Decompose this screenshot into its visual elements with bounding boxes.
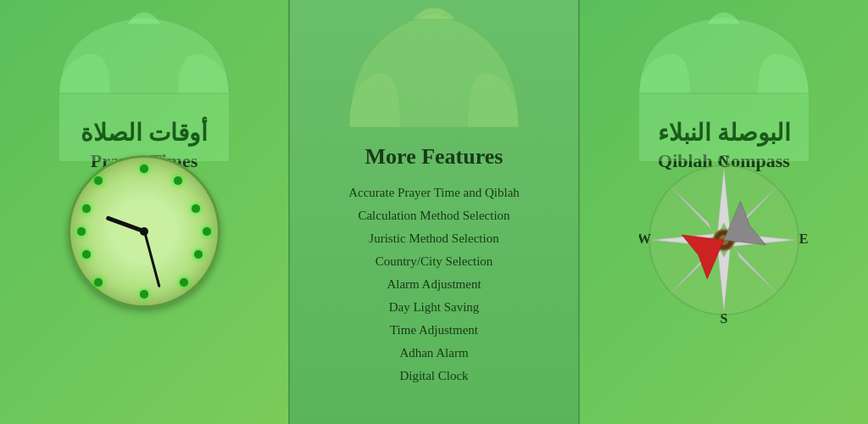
hour-dot-6 (140, 290, 148, 298)
feature-9: Digital Clock (348, 365, 520, 388)
svg-text:E: E (799, 232, 809, 246)
hour-dot-2 (192, 204, 200, 213)
feature-4: Country/City Selection (348, 250, 520, 273)
feature-7: Time Adjustment (348, 319, 520, 342)
qiblah-compass-panel: البوصلة النبلاء Qiblah Compass (580, 0, 868, 424)
features-panel: More Features Accurate Prayer Time and Q… (288, 0, 580, 424)
hour-dot-5 (180, 278, 188, 287)
hour-dot-8 (82, 250, 91, 259)
svg-text:N: N (719, 155, 729, 168)
feature-5: Alarm Adjustment (348, 273, 520, 296)
feature-2: Calculation Method Selection (348, 204, 520, 227)
hour-dot-3 (203, 227, 211, 236)
hour-dot-4 (194, 250, 203, 259)
features-list: Accurate Prayer Time and Qiblah Calculat… (348, 181, 520, 388)
mosque-arch-middle (332, 8, 536, 127)
feature-8: Adhan Alarm (348, 342, 520, 365)
compass-rose: N S E W (639, 155, 809, 325)
hour-dot-11 (94, 176, 103, 185)
hour-dot-10 (82, 204, 91, 213)
center-dot (140, 227, 148, 236)
svg-text:W: W (639, 232, 651, 246)
prayer-times-panel: أوقات الصلاة Prayer Times (0, 0, 288, 424)
hour-dot-1 (174, 176, 182, 185)
feature-3: Juristic Method Selection (348, 227, 520, 250)
clock-face (68, 155, 220, 308)
arabic-title-right: البوصلة النبلاء (658, 119, 791, 147)
arabic-title-left: أوقات الصلاة (81, 119, 208, 147)
hour-dot-9 (77, 227, 86, 236)
analog-clock (68, 155, 220, 308)
features-title: More Features (365, 144, 504, 170)
feature-1: Accurate Prayer Time and Qiblah (348, 181, 520, 204)
minute-hand (143, 232, 160, 287)
feature-6: Day Light Saving (348, 296, 520, 319)
hour-dot-7 (94, 278, 103, 287)
hour-dot-12 (140, 165, 148, 173)
hour-hand (105, 215, 145, 233)
svg-text:S: S (721, 311, 728, 325)
